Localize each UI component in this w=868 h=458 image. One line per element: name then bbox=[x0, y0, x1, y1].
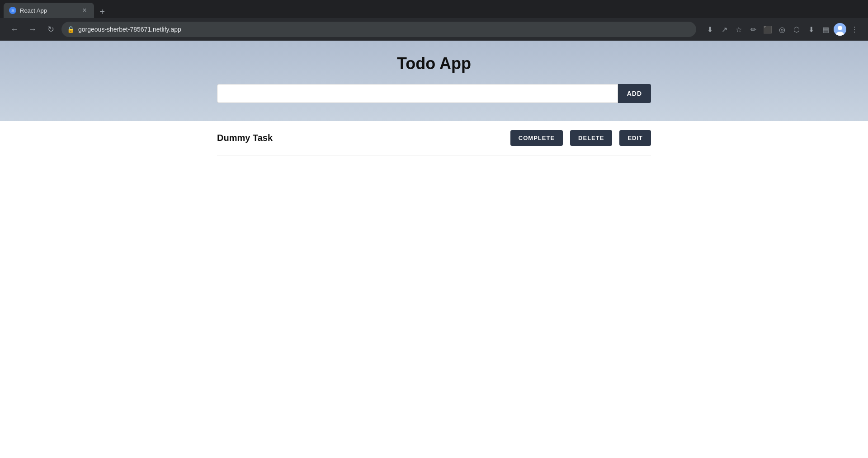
edit-icon[interactable]: ✏ bbox=[747, 23, 760, 36]
svg-point-1 bbox=[838, 26, 842, 30]
share-icon[interactable]: ↗ bbox=[718, 23, 731, 36]
menu-button[interactable]: ⋮ bbox=[848, 23, 861, 36]
app-title: Todo App bbox=[9, 54, 859, 73]
address-bar-container[interactable]: 🔒 bbox=[61, 22, 696, 37]
task-actions: COMPLETE DELETE EDIT bbox=[510, 130, 651, 146]
edit-button[interactable]: EDIT bbox=[619, 130, 651, 146]
tab-close-button[interactable]: × bbox=[80, 6, 89, 14]
add-task-row: ADD bbox=[217, 84, 651, 103]
lock-icon: 🔒 bbox=[67, 26, 75, 33]
tab-title: React App bbox=[20, 7, 77, 14]
tab-bar: ⚛ React App × + bbox=[4, 0, 864, 18]
browser-nav-bar: ← → ↻ 🔒 ⬇ ↗ ☆ ✏ ⬛ ◎ ⬡ ⬇ ▤ ⋮ bbox=[0, 18, 868, 41]
back-button[interactable]: ← bbox=[7, 22, 22, 37]
toolbar-icons: ⬇ ↗ ☆ ✏ ⬛ ◎ ⬡ ⬇ ▤ ⋮ bbox=[703, 23, 861, 36]
tab-favicon-icon: ⚛ bbox=[9, 7, 16, 14]
screenshot-icon[interactable]: ⬇ bbox=[703, 23, 716, 36]
bookmark-icon[interactable]: ☆ bbox=[732, 23, 745, 36]
address-bar-input[interactable] bbox=[78, 26, 691, 33]
forward-button[interactable]: → bbox=[25, 22, 40, 37]
circle-icon[interactable]: ◎ bbox=[776, 23, 788, 36]
download-icon[interactable]: ⬇ bbox=[805, 23, 817, 36]
app-header: Todo App ADD bbox=[0, 41, 868, 121]
profile-avatar[interactable] bbox=[834, 23, 846, 36]
new-tab-button[interactable]: + bbox=[96, 5, 108, 18]
browser-tab-bar: ⚛ React App × + bbox=[0, 0, 868, 18]
task-name: Dummy Task bbox=[217, 133, 510, 143]
active-tab[interactable]: ⚛ React App × bbox=[4, 3, 94, 18]
task-item: Dummy Task COMPLETE DELETE EDIT bbox=[217, 121, 651, 155]
apps-icon[interactable]: ⬛ bbox=[761, 23, 774, 36]
delete-button[interactable]: DELETE bbox=[570, 130, 612, 146]
add-button[interactable]: ADD bbox=[618, 84, 651, 103]
complete-button[interactable]: COMPLETE bbox=[510, 130, 563, 146]
extension-icon[interactable]: ⬡ bbox=[790, 23, 803, 36]
task-list: Dummy Task COMPLETE DELETE EDIT bbox=[0, 121, 868, 155]
refresh-button[interactable]: ↻ bbox=[43, 22, 58, 37]
task-input[interactable] bbox=[217, 84, 618, 103]
sidebar-icon[interactable]: ▤ bbox=[819, 23, 832, 36]
